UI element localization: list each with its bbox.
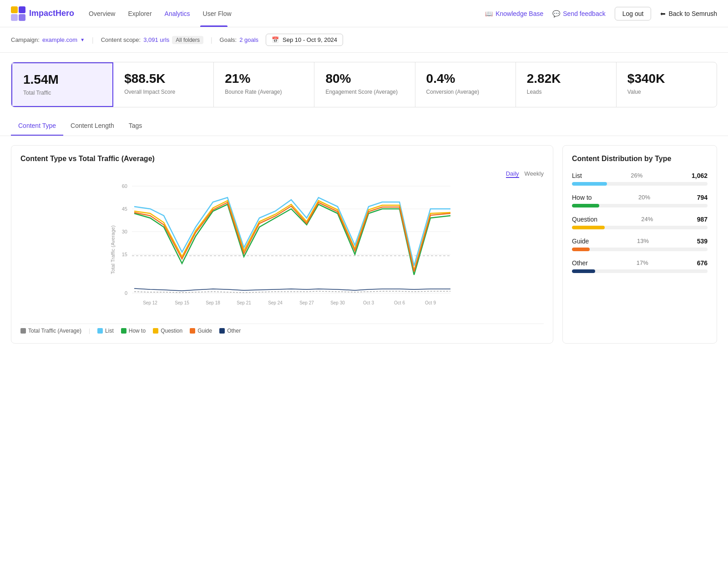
metric-label-3: Engagement Score (Average) — [325, 89, 404, 96]
legend-label-guide: Guide — [197, 328, 212, 334]
svg-text:0: 0 — [125, 290, 127, 296]
metric-value-5: 2.82K — [527, 71, 605, 86]
chart-svg: 60 45 30 15 0 Total Traffic (Average) Se… — [20, 182, 544, 318]
legend-dot-guide — [190, 328, 195, 334]
campaign-filter: Campaign: example.com ▼ — [11, 36, 85, 43]
content-scope-value[interactable]: 3,091 urls — [143, 36, 169, 43]
dist-bar-other — [572, 269, 595, 273]
dist-bar-bg-question — [572, 226, 708, 229]
tab-content-length[interactable]: Content Length — [63, 116, 121, 136]
header-right: 📖 Knowledge Base 💬 Send feedback Log out… — [485, 7, 717, 20]
back-to-semrush[interactable]: ⬅ Back to Semrush — [660, 10, 717, 17]
goals-filter: Goals: 2 goals — [220, 36, 259, 43]
svg-text:Oct 3: Oct 3 — [363, 300, 374, 305]
campaign-label: Campaign: — [11, 36, 40, 43]
metric-label-6: Value — [627, 89, 706, 96]
dist-bar-bg-howto — [572, 204, 708, 207]
nav-analytics[interactable]: Analytics — [165, 10, 190, 17]
chart-controls: Daily Weekly — [20, 170, 544, 178]
legend-label-total: Total Traffic (Average) — [28, 328, 81, 334]
book-icon: 📖 — [485, 10, 493, 17]
legend-question: Question — [153, 328, 182, 334]
legend-dot-howto — [121, 328, 126, 334]
dist-item-question: Question 24% 987 — [572, 216, 708, 229]
metric-label-4: Conversion (Average) — [426, 89, 505, 96]
content-scope-filter: Content scope: 3,091 urls All folders — [101, 36, 203, 44]
dist-count-howto: 794 — [697, 194, 708, 201]
nav-active-indicator — [200, 25, 228, 27]
dist-count-list: 1,062 — [692, 172, 708, 179]
metric-impact-score[interactable]: $88.5K Overall Impact Score — [113, 62, 214, 107]
content-scope-badge[interactable]: All folders — [172, 36, 203, 44]
nav-explorer[interactable]: Explorer — [128, 10, 152, 17]
metric-conversion[interactable]: 0.4% Conversion (Average) — [415, 62, 516, 107]
dist-pct-other: 17% — [637, 259, 648, 266]
chart-title: Content Type vs Total Traffic (Average) — [20, 155, 544, 163]
metric-value-2: 21% — [225, 71, 303, 86]
dist-item-other: Other 17% 676 — [572, 259, 708, 273]
dist-name-guide: Guide — [572, 238, 589, 245]
dist-bar-bg-other — [572, 269, 708, 273]
header: ImpactHero Overview Explorer Analytics U… — [0, 0, 728, 27]
dist-pct-howto: 20% — [638, 194, 650, 201]
main-content: Content Type vs Total Traffic (Average) … — [0, 145, 728, 354]
feedback-icon: 💬 — [552, 10, 560, 17]
nav-overview[interactable]: Overview — [89, 10, 115, 17]
metric-label-5: Leads — [527, 89, 605, 96]
tab-content-type[interactable]: Content Type — [11, 116, 63, 136]
legend-total-traffic: Total Traffic (Average) — [20, 328, 81, 334]
metric-value-3: 80% — [325, 71, 404, 86]
legend-dot-question — [153, 328, 158, 334]
svg-text:Sep 21: Sep 21 — [237, 300, 251, 305]
legend-list: List — [97, 328, 114, 334]
goals-value[interactable]: 2 goals — [239, 36, 258, 43]
svg-rect-3 — [19, 14, 25, 21]
filter-divider-2: | — [211, 36, 212, 44]
svg-text:60: 60 — [122, 183, 127, 189]
daily-control[interactable]: Daily — [506, 170, 519, 178]
campaign-chevron-icon: ▼ — [80, 37, 85, 42]
content-scope-label: Content scope: — [101, 36, 141, 43]
legend-howto: How to — [121, 328, 146, 334]
logo[interactable]: ImpactHero — [11, 6, 74, 21]
nav-userflow[interactable]: User Flow — [203, 10, 232, 17]
date-range-value: Sep 10 - Oct 9, 2024 — [283, 36, 337, 43]
send-feedback-link[interactable]: 💬 Send feedback — [552, 10, 605, 17]
metric-label-0: Total Traffic — [23, 90, 101, 97]
dist-name-other: Other — [572, 259, 588, 267]
metric-bounce-rate[interactable]: 21% Bounce Rate (Average) — [214, 62, 314, 107]
dist-count-question: 987 — [697, 216, 708, 223]
metric-value-4: 0.4% — [426, 71, 505, 86]
metric-value-card[interactable]: $340K Value — [617, 62, 717, 107]
dist-bar-list — [572, 182, 607, 186]
dist-bar-bg-list — [572, 182, 708, 186]
dist-pct-question: 24% — [641, 216, 653, 223]
date-range-filter[interactable]: 📅 Sep 10 - Oct 9, 2024 — [266, 34, 343, 46]
svg-text:Sep 24: Sep 24 — [268, 300, 283, 305]
goals-label: Goals: — [220, 36, 237, 43]
logo-text: ImpactHero — [29, 9, 74, 18]
semrush-icon: ⬅ — [660, 10, 666, 17]
metric-engagement[interactable]: 80% Engagement Score (Average) — [314, 62, 415, 107]
svg-text:Sep 27: Sep 27 — [299, 300, 314, 305]
knowledge-base-link[interactable]: 📖 Knowledge Base — [485, 10, 543, 17]
dist-bar-question — [572, 226, 605, 229]
metric-total-traffic[interactable]: 1.54M Total Traffic — [11, 62, 113, 107]
calendar-icon: 📅 — [272, 36, 279, 43]
svg-text:45: 45 — [122, 206, 127, 212]
tab-tags[interactable]: Tags — [121, 116, 150, 136]
dist-title: Content Distribution by Type — [572, 155, 708, 163]
logout-button[interactable]: Log out — [615, 7, 652, 20]
campaign-value[interactable]: example.com — [42, 36, 77, 43]
metric-label-2: Bounce Rate (Average) — [225, 89, 303, 96]
weekly-control[interactable]: Weekly — [525, 170, 544, 178]
metric-value-1: $88.5K — [124, 71, 202, 86]
legend-label-other: Other — [227, 328, 241, 334]
svg-text:Sep 12: Sep 12 — [143, 300, 157, 305]
metrics-row: 1.54M Total Traffic $88.5K Overall Impac… — [11, 62, 717, 107]
dist-count-other: 676 — [697, 259, 708, 267]
svg-rect-1 — [19, 6, 25, 13]
content-tabs: Content Type Content Length Tags — [0, 116, 728, 136]
dist-item-howto: How to 20% 794 — [572, 194, 708, 207]
metric-leads[interactable]: 2.82K Leads — [516, 62, 617, 107]
